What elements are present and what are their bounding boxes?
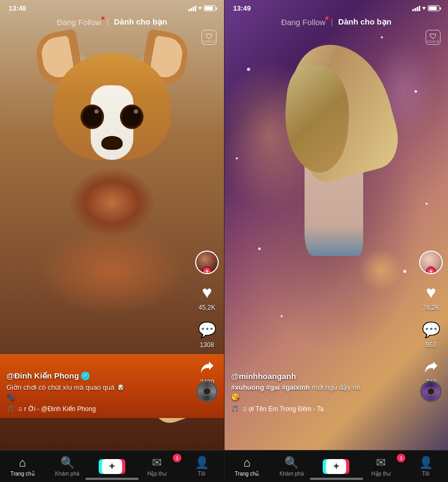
profile-label-1: Tôi xyxy=(198,471,205,477)
profile-icon-2: 👤 xyxy=(419,456,433,470)
follow-plus-1[interactable]: + xyxy=(202,267,212,274)
covid-text-1: COVID-19 xyxy=(203,41,215,43)
heart-icon-2: ♥ xyxy=(420,282,442,303)
caption-text-1: Giờn chơi có chút xíu mà quao quá 🐶🐾 xyxy=(6,383,125,401)
bottom-nav-2: ⌂ Trang chủ 🔍 Khám phá + ✉ 1 Hộp thư 👤 T… xyxy=(225,450,448,482)
avatar-btn-1[interactable]: + xyxy=(195,251,219,274)
nav-home-1[interactable]: ⌂ Trang chủ xyxy=(0,456,45,477)
tab-following-1[interactable]: Đang Follow xyxy=(54,15,105,29)
comment-icon-2: 💬 xyxy=(420,319,442,340)
inbox-badge-1: 1 xyxy=(173,454,181,462)
like-btn-1[interactable]: ♥ 45,2K xyxy=(196,282,218,311)
search-icon-2: 🔍 xyxy=(284,456,299,470)
caption-2: #xuhuong #gai #gaixinh mới ngủ dậy nè😘 xyxy=(231,383,416,402)
home-icon-2: ⌂ xyxy=(243,456,250,470)
plus-inner-2: + xyxy=(326,459,346,474)
dog-eye-right xyxy=(122,107,141,127)
wifi-icon-2: ▾ xyxy=(422,5,426,12)
music-note-2: 🎵 xyxy=(231,405,239,413)
nav-profile-2[interactable]: 👤 Tôi xyxy=(403,456,448,477)
dog-eye-left xyxy=(83,107,102,127)
girl-silhouette xyxy=(283,43,390,309)
username-1: @Đinh Kiến Phong ✓ xyxy=(6,371,192,381)
music-info-1: 🎵 ♫ r Ời - @Đinh Kiến Phong xyxy=(6,405,192,413)
home-indicator-2 xyxy=(310,478,363,480)
share-icon-2 xyxy=(420,356,442,377)
nav-tabs-2: Đang Follow | Dành cho bạn xyxy=(278,15,395,29)
signal-bar-5 xyxy=(412,9,414,11)
like-btn-2[interactable]: ♥ 78,2K xyxy=(420,282,442,311)
battery-icon-1 xyxy=(204,5,215,11)
music-label-1: ♫ r Ời - @Đinh Kiến Phong xyxy=(18,405,96,413)
bottom-nav-1: ⌂ Trang chủ 🔍 Khám phá + ✉ 1 Hộp thư 👤 T… xyxy=(0,450,224,482)
nav-profile-1[interactable]: 👤 Tôi xyxy=(179,456,224,477)
home-label-1: Trang chủ xyxy=(10,471,34,477)
signal-bar-1 xyxy=(188,9,190,11)
battery-fill-2 xyxy=(429,6,437,10)
tab-foryou-1[interactable]: Dành cho bạn xyxy=(111,15,171,29)
status-icons-2: ▾ xyxy=(412,5,439,12)
covid-badge-2[interactable]: 🛡 COVID-19 xyxy=(426,30,441,45)
sparkle-3 xyxy=(414,90,417,93)
comment-btn-1[interactable]: 💬 1308 xyxy=(196,319,218,349)
nav-home-2[interactable]: ⌂ Trang chủ xyxy=(225,456,269,477)
profile-icon-1: 👤 xyxy=(195,456,209,470)
home-label-2: Trang chủ xyxy=(235,471,259,477)
dog-face xyxy=(43,32,181,181)
signal-bars-1 xyxy=(188,6,196,11)
nav-search-1[interactable]: 🔍 Khám phá xyxy=(45,456,90,477)
signal-bar-6 xyxy=(414,8,416,11)
sparkle-6 xyxy=(426,203,428,205)
signal-bar-2 xyxy=(190,8,192,11)
heart-icon-1: ♥ xyxy=(196,282,218,303)
tab-foryou-2[interactable]: Dành cho bạn xyxy=(335,15,395,29)
shield-icon-1: 🛡 xyxy=(205,32,213,41)
share-icon-1 xyxy=(196,356,218,377)
status-bar-2: 13:49 ▾ xyxy=(225,0,448,14)
search-label-2: Khám phá xyxy=(279,471,304,477)
covid-text-2: COVID-19 xyxy=(427,41,439,43)
nav-divider-1: | xyxy=(107,18,109,26)
action-buttons-2: + ♥ 78,2K 💬 863 749 xyxy=(419,251,443,386)
video-area-1[interactable]: + ♥ 45,2K 💬 1308 2400 xyxy=(0,0,224,450)
nav-search-2[interactable]: 🔍 Khám phá xyxy=(269,456,314,477)
nav-create-2[interactable]: + xyxy=(314,459,359,474)
status-bar-1: 13:48 ▾ xyxy=(0,0,224,14)
inbox-label-1: Hộp thư xyxy=(147,471,166,477)
avatar-btn-2[interactable]: + xyxy=(419,251,443,274)
status-time-1: 13:48 xyxy=(9,4,26,12)
inbox-icon-2: ✉ xyxy=(376,456,386,470)
top-nav-2: Đang Follow | Dành cho bạn 🛡 COVID-19 xyxy=(225,15,448,29)
shield-icon-2: 🛡 xyxy=(429,32,437,41)
caption-1: Giờn chơi có chút xíu mà quao quá 🐶🐾 xyxy=(6,383,192,402)
signal-bar-3 xyxy=(193,7,194,11)
video-area-2[interactable]: + ♥ 78,2K 💬 863 749 xyxy=(225,0,448,450)
phone-1: 13:48 ▾ Đang Follow | Dành cho bạn 🛡 xyxy=(0,0,224,482)
nav-inbox-1[interactable]: ✉ 1 Hộp thư xyxy=(134,456,179,477)
status-icons-1: ▾ xyxy=(188,5,215,12)
signal-bar-4 xyxy=(195,6,196,11)
nav-create-1[interactable]: + xyxy=(90,459,134,474)
nav-inbox-2[interactable]: ✉ 1 Hộp thư xyxy=(358,456,403,477)
tab-following-2[interactable]: Đang Follow xyxy=(278,15,329,29)
search-label-1: Khám phá xyxy=(55,471,79,477)
sparkle-2 xyxy=(381,36,383,38)
signal-bars-2 xyxy=(412,6,420,11)
nav-divider-2: | xyxy=(331,18,333,26)
battery-icon-2 xyxy=(428,5,439,11)
sparkle-1 xyxy=(247,68,250,71)
music-note-1: 🎵 xyxy=(6,405,14,413)
action-buttons-1: + ♥ 45,2K 💬 1308 2400 xyxy=(195,251,219,386)
music-label-2: ♫ ợi Tên Em Trong Đêm - Ta xyxy=(242,405,324,413)
like-count-1: 45,2K xyxy=(198,304,215,311)
sparkle-8 xyxy=(403,270,406,273)
comment-btn-2[interactable]: 💬 863 xyxy=(420,319,442,349)
like-count-2: 78,2K xyxy=(422,304,439,311)
follow-plus-2[interactable]: + xyxy=(426,267,436,274)
top-nav-1: Đang Follow | Dành cho bạn 🛡 COVID-19 xyxy=(0,15,224,29)
bottom-info-2: @minhhoanganh #xuhuong #gai #gaixinh mới… xyxy=(231,372,416,413)
covid-badge-1[interactable]: 🛡 COVID-19 xyxy=(202,30,217,45)
sparkle-9 xyxy=(281,315,283,317)
home-icon-1: ⌂ xyxy=(19,456,26,470)
following-dot-1 xyxy=(101,17,105,20)
